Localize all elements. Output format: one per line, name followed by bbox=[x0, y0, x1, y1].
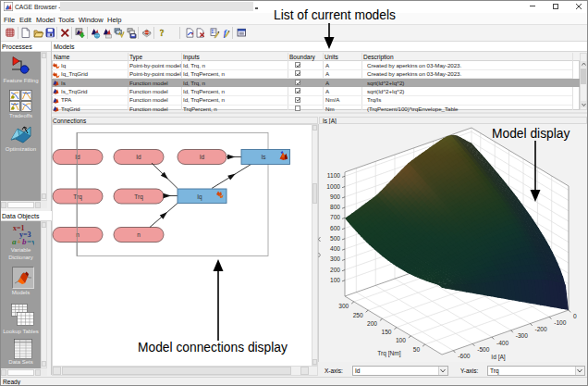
svg-text:900: 900 bbox=[330, 193, 340, 200]
svg-text:-600: -600 bbox=[458, 353, 471, 359]
svg-text:1000: 1000 bbox=[326, 183, 340, 190]
svg-text:250: 250 bbox=[353, 312, 363, 318]
svg-text:200: 200 bbox=[367, 320, 377, 327]
svg-text:-100: -100 bbox=[554, 319, 567, 326]
svg-text:150: 150 bbox=[381, 329, 391, 335]
svg-text:100: 100 bbox=[396, 337, 406, 343]
svg-text:Id [A]: Id [A] bbox=[491, 354, 506, 361]
svg-text:600: 600 bbox=[330, 225, 340, 231]
svg-text:700: 700 bbox=[330, 214, 340, 220]
svg-text:100: 100 bbox=[330, 277, 340, 283]
svg-text:800: 800 bbox=[330, 204, 340, 210]
svg-text:-300: -300 bbox=[516, 332, 529, 339]
svg-text:Trq [Nm]: Trq [Nm] bbox=[377, 350, 401, 357]
svg-text:50: 50 bbox=[413, 346, 421, 353]
svg-text:200: 200 bbox=[330, 267, 340, 273]
svg-text:1100: 1100 bbox=[327, 172, 341, 179]
svg-text:-500: -500 bbox=[477, 346, 490, 353]
svg-text:300: 300 bbox=[330, 255, 340, 262]
svg-text:-200: -200 bbox=[535, 326, 548, 332]
svg-text:300: 300 bbox=[338, 303, 349, 309]
svg-text:400: 400 bbox=[330, 245, 340, 252]
svg-text:500: 500 bbox=[330, 235, 340, 242]
svg-text:0: 0 bbox=[573, 313, 577, 319]
svg-text:-400: -400 bbox=[496, 340, 509, 346]
